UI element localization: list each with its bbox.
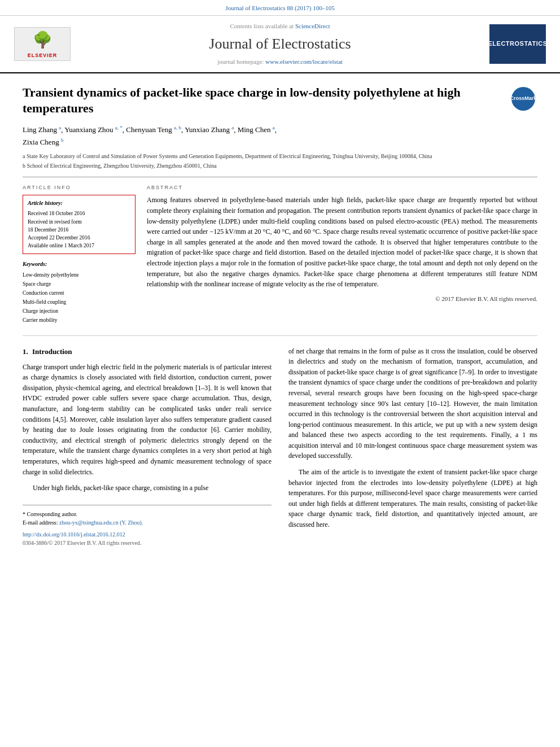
abstract-text: Among features observed in polyethylene-…: [147, 195, 537, 289]
history-title: Article history:: [28, 199, 130, 207]
article-title-section: Transient dynamics of packet-like space …: [23, 85, 537, 117]
keyword-5: Charge injection: [23, 307, 135, 316]
footnote-star-line: * Corresponding author.: [23, 510, 272, 518]
keyword-3: Conduction current: [23, 289, 135, 298]
science-direct-link[interactable]: ScienceDirect: [295, 23, 330, 29]
keyword-2: Space charge: [23, 279, 135, 289]
article-info-label: ARTICLE INFO: [23, 184, 135, 192]
section-title: Introduction: [32, 347, 72, 356]
available-date: Available online 1 March 2017: [28, 242, 130, 250]
intro-heading: 1. Introduction: [23, 346, 272, 357]
article-info-col: ARTICLE INFO Article history: Received 1…: [23, 184, 135, 325]
affiliations: a State Key Laboratory of Control and Si…: [23, 152, 537, 170]
received-revised-date: 18 December 2016: [28, 226, 130, 234]
affiliation-a: a State Key Laboratory of Control and Si…: [23, 152, 537, 160]
accepted-date: Accepted 22 December 2016: [28, 234, 130, 242]
journal-title: Journal of Electrostatics: [73, 33, 487, 55]
body-two-col: 1. Introduction Charge transport under h…: [23, 346, 537, 548]
keywords-title: Keywords:: [23, 260, 135, 268]
keywords-section: Keywords: Low-density polyethylene Space…: [23, 260, 135, 325]
received-date: Received 18 October 2016: [28, 209, 130, 217]
keyword-1: Low-density polyethylene: [23, 270, 135, 279]
article-history-box: Article history: Received 18 October 201…: [23, 195, 135, 254]
received-revised-label: Received in revised form: [28, 218, 130, 226]
keywords-list: Low-density polyethylene Space charge Co…: [23, 270, 135, 325]
body-col-right: of net charge that remains in the form o…: [288, 346, 537, 548]
doi-link[interactable]: http://dx.doi.org/10.1016/j.elstat.2016.…: [23, 530, 272, 539]
elsevier-logo: 🌳 ELSEVIER: [14, 27, 71, 61]
right-paragraph-2: The aim of the article is to investigate…: [288, 467, 537, 530]
body-separator: [23, 335, 537, 336]
separator-line-1: [23, 177, 537, 177]
elsevier-tree-icon: 🌳: [33, 28, 53, 52]
keyword-4: Multi-field coupling: [23, 298, 135, 307]
issn-text: 0304-3886/© 2017 Elsevier B.V. All right…: [23, 539, 272, 548]
article-content: Transient dynamics of packet-like space …: [0, 73, 560, 559]
journal-homepage: journal homepage: www.elsevier.com/locat…: [73, 57, 487, 67]
abstract-col: ABSTRACT Among features observed in poly…: [147, 184, 537, 325]
journal-homepage-link[interactable]: www.elsevier.com/locate/elstat: [265, 58, 343, 65]
electrostatics-logo: ELECTROSTATICS: [489, 24, 546, 64]
article-title: Transient dynamics of packet-like space …: [23, 85, 498, 117]
header-right: ELECTROSTATICS: [487, 24, 549, 64]
intro-paragraph-2: Under high fields, packet-like space cha…: [23, 483, 272, 493]
intro-paragraph-1: Charge transport under high electric fie…: [23, 362, 272, 478]
footnote-area: * Corresponding author. E-mail address: …: [23, 505, 272, 548]
keyword-6: Carrier mobility: [23, 316, 135, 325]
body-col-left: 1. Introduction Charge transport under h…: [23, 346, 272, 548]
crossmark-badge: CrossMark: [511, 87, 535, 111]
section-num: 1.: [23, 347, 28, 356]
elsevier-logo-text: ELSEVIER: [28, 52, 58, 60]
journal-citation-link[interactable]: Journal of Electrostatics 88 (2017) 100–…: [225, 5, 334, 11]
header-center: Contents lists available at ScienceDirec…: [73, 21, 487, 67]
page: Journal of Electrostatics 88 (2017) 100–…: [0, 0, 560, 747]
journal-top-link: Journal of Electrostatics 88 (2017) 100–…: [0, 0, 560, 16]
affiliation-b: b School of Electrical Engineering, Zhen…: [23, 161, 537, 170]
copyright-line: © 2017 Elsevier B.V. All rights reserved…: [147, 294, 537, 304]
footnote-email-link[interactable]: zhou-yx@tsinghua.edu.cn (Y. Zhou).: [59, 519, 143, 526]
crossmark-logo[interactable]: CrossMark: [509, 85, 537, 113]
electrostatics-logo-text: ELECTROSTATICS: [488, 40, 548, 47]
header-area: 🌳 ELSEVIER Contents lists available at S…: [0, 16, 560, 73]
footnote-email-line: E-mail address: zhou-yx@tsinghua.edu.cn …: [23, 518, 272, 527]
article-info-abstract-row: ARTICLE INFO Article history: Received 1…: [23, 184, 537, 325]
science-direct-line: Contents lists available at ScienceDirec…: [73, 21, 487, 31]
authors: Ling Zhang a, Yuanxiang Zhou a, *, Cheny…: [23, 124, 537, 148]
right-paragraph-1: of net charge that remains in the form o…: [288, 346, 537, 462]
abstract-label: ABSTRACT: [147, 184, 537, 192]
header-left: 🌳 ELSEVIER: [11, 27, 73, 61]
